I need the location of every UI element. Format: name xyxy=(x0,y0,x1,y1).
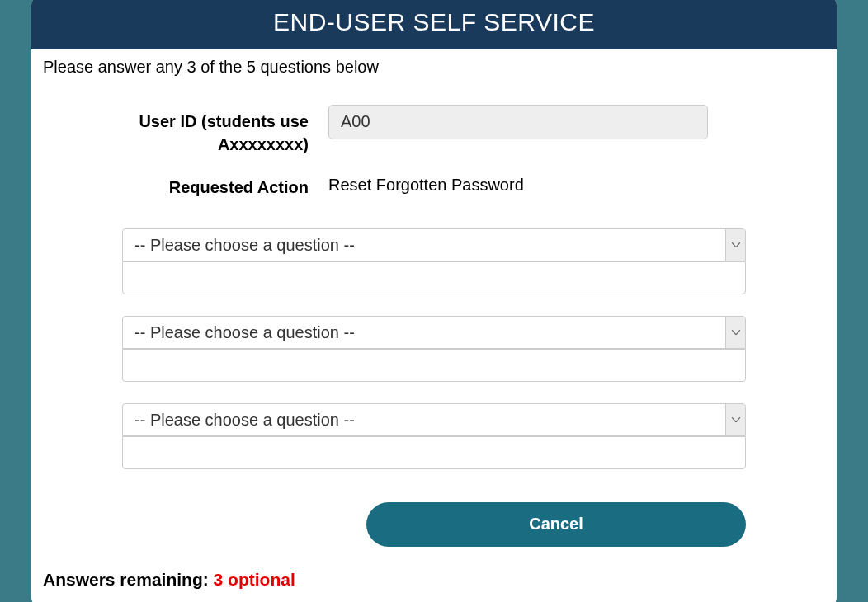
cancel-button[interactable]: Cancel xyxy=(366,502,746,547)
question-select-3[interactable]: -- Please choose a question -- xyxy=(122,403,746,436)
question-select-2[interactable]: -- Please choose a question -- xyxy=(122,316,746,349)
answer-input-2[interactable] xyxy=(122,349,746,382)
panel-body: Please answer any 3 of the 5 questions b… xyxy=(31,49,837,603)
button-row: Cancel xyxy=(48,491,820,547)
question-group-1: -- Please choose a question -- xyxy=(122,228,746,294)
panel-title: END-USER SELF SERVICE xyxy=(31,0,837,49)
question-group-2: -- Please choose a question -- xyxy=(122,316,746,382)
user-id-value-wrap: A00 xyxy=(328,105,820,139)
requested-action-label: Requested Action xyxy=(48,171,328,199)
answers-remaining-label: Answers remaining: xyxy=(43,570,214,589)
instruction-text: Please answer any 3 of the 5 questions b… xyxy=(43,58,820,77)
user-id-row: User ID (students use Axxxxxxxx) A00 xyxy=(48,105,820,156)
question-select-wrap-1: -- Please choose a question -- xyxy=(122,228,746,261)
answers-remaining: Answers remaining: 3 optional xyxy=(43,570,820,590)
requested-action-value-wrap: Reset Forgotten Password xyxy=(328,171,820,195)
requested-action-value: Reset Forgotten Password xyxy=(328,171,820,195)
requested-action-row: Requested Action Reset Forgotten Passwor… xyxy=(48,171,820,199)
user-id-field: A00 xyxy=(328,105,708,139)
answer-input-3[interactable] xyxy=(122,436,746,469)
question-select-wrap-2: -- Please choose a question -- xyxy=(122,316,746,349)
question-select-wrap-3: -- Please choose a question -- xyxy=(122,403,746,436)
questions-block: -- Please choose a question -- -- Please… xyxy=(48,228,820,469)
user-id-label: User ID (students use Axxxxxxxx) xyxy=(48,105,328,156)
question-select-1[interactable]: -- Please choose a question -- xyxy=(122,228,746,261)
self-service-panel: END-USER SELF SERVICE Please answer any … xyxy=(31,0,837,602)
answer-input-1[interactable] xyxy=(122,261,746,294)
answers-remaining-count: 3 optional xyxy=(214,570,295,589)
question-group-3: -- Please choose a question -- xyxy=(122,403,746,469)
